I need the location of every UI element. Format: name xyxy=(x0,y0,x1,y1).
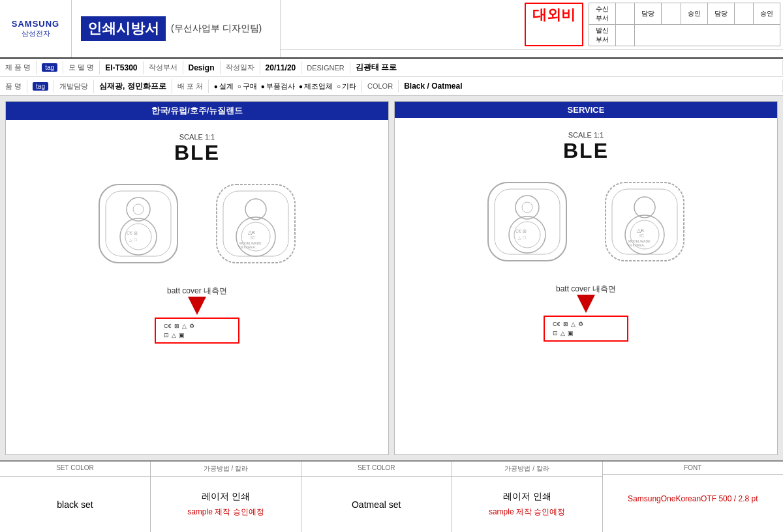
page: SAMSUNG 삼성전자 인쇄시방서 (무선사업부 디자인팀) 대외비 수신부서… xyxy=(0,0,783,532)
dev-label: 개발담당 xyxy=(59,81,88,91)
approval-cell-span xyxy=(635,25,780,46)
recycle-icon: ♻ xyxy=(189,323,194,329)
svg-point-11 xyxy=(236,217,275,256)
tag2-cell: tag xyxy=(27,80,54,93)
dept-value-cell: Design xyxy=(183,61,221,74)
warning2-icon-r: △ xyxy=(560,330,565,336)
approval-cell-5: 승인 xyxy=(754,3,780,25)
radio-items-cell: 설계 구매 부품검사 제조업체 기타 xyxy=(209,80,362,93)
font-value: SamsungOneKoreanOTF 500 / 2.8 pt xyxy=(603,475,783,523)
samsung-sub: 삼성전자 xyxy=(22,29,50,38)
oatmeal-set-color-label: SET COLOR xyxy=(301,462,452,476)
left-device-images: C€ ⊠ △ ☐ △K IC MODEL/MADE I xyxy=(86,171,308,276)
approval-cell-6: 발신부서 xyxy=(589,25,615,46)
daewabi-box: 대외비 xyxy=(525,3,583,46)
right-device-back-svg: △K IC MODEL/MADE IN KOREA... xyxy=(592,170,697,274)
dev-label-cell: 개발담당 xyxy=(54,80,94,93)
dist-label-cell: 배 포 처 xyxy=(172,80,209,93)
radio-items: 설계 구매 부품검사 제조업체 기타 xyxy=(214,81,356,91)
svg-point-10 xyxy=(245,199,266,220)
radio-mfg: 제조업체 xyxy=(299,81,333,91)
dev-value: 심재광, 정민화프로 xyxy=(99,81,166,92)
tag1-badge: tag xyxy=(42,63,57,72)
svg-text:△  ☐: △ ☐ xyxy=(129,238,137,242)
logo-area: SAMSUNG 삼성전자 xyxy=(0,0,72,57)
font-section: FONT SamsungOneKoreanOTF 500 / 2.8 pt xyxy=(603,462,783,532)
main-title-sub: (무선사업부 디자인팀) xyxy=(171,23,262,35)
left-batt-label: batt cover 내측면 xyxy=(167,286,227,297)
black-set-text: black set xyxy=(57,499,93,510)
black-set-header: SET COLOR 가공방법 / 칼라 xyxy=(0,462,301,477)
black-set-section: SET COLOR 가공방법 / 칼라 black set 레이저 인쇄 sam… xyxy=(0,462,301,532)
approval-cell-1: 수신부서 xyxy=(589,3,615,25)
right-section-body: SCALE 1:1 BLE C€ ⊠ △ ☐ xyxy=(395,118,777,454)
svg-point-27 xyxy=(634,197,655,218)
svg-text:IC: IC xyxy=(251,235,255,240)
radio-design: 설계 xyxy=(214,81,234,91)
right-section-header: SERVICE xyxy=(395,102,777,118)
approval-cell-4: 담당 xyxy=(707,3,734,25)
oatmeal-set-body: Oatmeal set 레이저 인쇄 sample 제작 승인예정 xyxy=(301,477,602,532)
designer-label: DESIGNER xyxy=(307,64,344,72)
kc-icon-r: ⊠ xyxy=(563,321,568,327)
kc-icon: ⊠ xyxy=(174,323,179,329)
left-arrow-icon xyxy=(188,297,206,315)
radio-filled-2 xyxy=(261,82,265,90)
right-arrow-icon xyxy=(577,295,595,313)
main-title: 인쇄시방서 xyxy=(81,16,166,41)
font-label: FONT xyxy=(603,462,783,474)
svg-point-19 xyxy=(515,196,539,219)
battery-icon: ⊡ xyxy=(164,332,169,338)
right-batt-box: C€ ⊠ △ ♻ ⊡ △ ▣ xyxy=(544,316,628,342)
warning2-icon: △ xyxy=(172,332,176,338)
svg-point-22 xyxy=(514,222,540,248)
oatmeal-set-header: SET COLOR 가공방법 / 칼라 xyxy=(301,462,602,477)
title-area: 인쇄시방서 (무선사업부 디자인팀) xyxy=(72,0,281,57)
black-process-text: 레이저 인쇄 xyxy=(202,491,250,503)
black-set-body: black set 레이저 인쇄 sample 제작 승인예정 xyxy=(0,477,301,532)
daewabi-row: 대외비 수신부서 담당 승인 담당 승인 발신부서 xyxy=(281,0,783,50)
left-section-header: 한국/유럽/호주/뉴질랜드 xyxy=(6,102,388,120)
left-batt-info: batt cover 내측면 C€ ⊠ △ ♻ ⊡ △ xyxy=(155,282,239,344)
black-set-color-value: black set xyxy=(0,477,151,532)
font-header: FONT xyxy=(603,462,783,475)
svg-text:IN KOREA...: IN KOREA... xyxy=(628,243,647,247)
right-scale-label: SCALE 1:1 xyxy=(568,131,604,139)
main-content: 한국/유럽/호주/뉴질랜드 SCALE 1:1 BLE C€ ⊠ △ ☐ xyxy=(0,96,783,460)
svg-text:△K: △K xyxy=(637,228,645,233)
color-label-cell: COLOR xyxy=(362,80,399,92)
battery-icon-r: ⊡ xyxy=(553,330,558,336)
approval-cell-blank2 xyxy=(662,3,681,25)
left-device-front-svg: C€ ⊠ △ ☐ xyxy=(86,171,191,276)
date-label-cell: 작성일자 xyxy=(221,61,260,74)
dept-value: Design xyxy=(189,63,215,72)
right-batt-icons-row-2: ⊡ △ ▣ xyxy=(553,330,619,336)
svg-text:C€  ⊠: C€ ⊠ xyxy=(127,231,138,235)
color-value: Black / Oatmeal xyxy=(404,81,462,91)
designer-label-cell: DESIGNER xyxy=(301,62,350,74)
right-device-images: C€ ⊠ △ ☐ △K IC MODEL/MADE IN KOREA... xyxy=(475,170,697,274)
model-label: 모 델 명 xyxy=(69,63,94,72)
approval-cell-blank1 xyxy=(615,3,634,25)
oatmeal-process-value: 레이저 인쇄 sample 제작 승인예정 xyxy=(452,477,602,532)
radio-other: 기타 xyxy=(337,81,356,91)
left-batt-icons-row-1: C€ ⊠ △ ♻ xyxy=(164,323,230,329)
left-device-back-svg: △K IC MODEL/MADE IN KOREA... xyxy=(204,171,308,276)
svg-point-5 xyxy=(125,224,151,250)
black-process-label: 가공방법 / 칼라 xyxy=(151,462,301,476)
left-section-body: SCALE 1:1 BLE C€ ⊠ △ ☐ xyxy=(6,120,388,454)
svg-text:IC: IC xyxy=(639,233,644,238)
product-name-label-cell: 품 명 xyxy=(0,80,27,93)
tag1-cell: tag xyxy=(37,61,63,74)
product-label: 제 품 명 xyxy=(5,63,31,72)
svg-text:△  ☐: △ ☐ xyxy=(518,236,526,240)
approval-cell-blank4 xyxy=(615,25,634,46)
recycle-icon-r: ♻ xyxy=(578,321,583,327)
radio-purchase: 구매 xyxy=(238,81,257,91)
approval-table: 수신부서 담당 승인 담당 승인 발신부서 xyxy=(589,3,780,46)
oatmeal-process-label: 가공방법 / 칼라 xyxy=(452,462,602,476)
ce-icon-r: C€ xyxy=(553,321,560,327)
right-batt-section: batt cover 내측면 C€ ⊠ △ ♻ ⊡ △ xyxy=(401,280,771,342)
info-row-2: 품 명 tag 개발담당 심재광, 정민화프로 배 포 처 설계 구매 부품검사… xyxy=(0,77,783,95)
right-batt-label: batt cover 내측면 xyxy=(556,284,616,295)
